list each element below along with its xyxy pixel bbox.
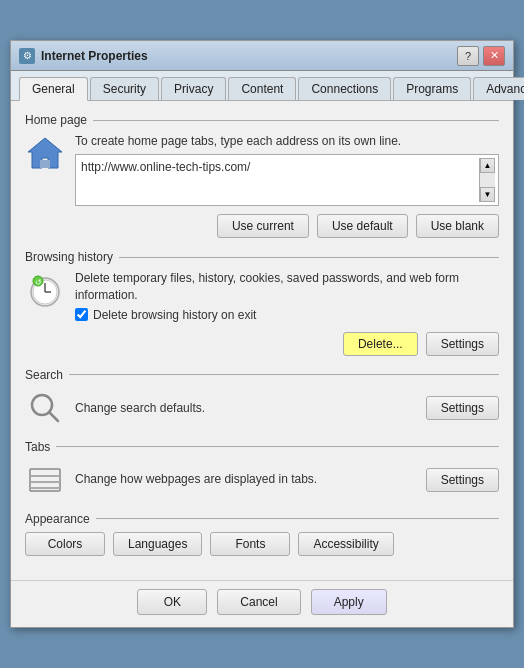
tabs-settings-section: Tabs Change how webpages are displayed i…: [25, 440, 499, 500]
tab-general[interactable]: General: [19, 77, 88, 101]
tab-bar: General Security Privacy Content Connect…: [11, 71, 513, 101]
window-icon: ⚙: [19, 48, 35, 64]
internet-properties-dialog: ⚙ Internet Properties ? ✕ General Securi…: [10, 40, 514, 627]
tab-advanced[interactable]: Advanced: [473, 77, 524, 100]
browsing-area: ↺ Delete temporary files, history, cooki…: [25, 270, 499, 326]
title-bar: ⚙ Internet Properties ? ✕: [11, 41, 513, 71]
tabs-description: Change how webpages are displayed in tab…: [75, 471, 416, 488]
search-description: Change search defaults.: [75, 401, 416, 415]
accessibility-button[interactable]: Accessibility: [298, 532, 393, 556]
browsing-history-section: Browsing history ↺ Delete temporary file…: [25, 250, 499, 356]
browsing-settings-button[interactable]: Settings: [426, 332, 499, 356]
homepage-btn-row: Use current Use default Use blank: [25, 214, 499, 238]
svg-rect-11: [30, 475, 60, 477]
home-icon: [25, 133, 65, 173]
appearance-section: Appearance Colors Languages Fonts Access…: [25, 512, 499, 556]
help-button[interactable]: ?: [457, 46, 479, 66]
homepage-right: To create home page tabs, type each addr…: [75, 133, 499, 206]
search-section: Search Change search defaults. Settings: [25, 368, 499, 428]
homepage-area: To create home page tabs, type each addr…: [25, 133, 499, 206]
browsing-history-label: Browsing history: [25, 250, 499, 264]
apply-button[interactable]: Apply: [311, 589, 387, 615]
tabs-icon: [25, 460, 65, 500]
search-settings-button[interactable]: Settings: [426, 396, 499, 420]
delete-button[interactable]: Delete...: [343, 332, 418, 356]
close-button[interactable]: ✕: [483, 46, 505, 66]
tab-content[interactable]: Content: [228, 77, 296, 100]
delete-on-exit-label: Delete browsing history on exit: [93, 308, 256, 322]
url-scrollbar: ▲ ▼: [479, 158, 495, 202]
svg-rect-1: [40, 160, 50, 168]
search-section-label: Search: [25, 368, 499, 382]
clock-icon: ↺: [25, 270, 65, 310]
url-box: http://www.online-tech-tips.com/ ▲ ▼: [75, 154, 499, 206]
fonts-button[interactable]: Fonts: [210, 532, 290, 556]
homepage-section: Home page To create home page tabs, type…: [25, 113, 499, 238]
use-blank-button[interactable]: Use blank: [416, 214, 499, 238]
cancel-button[interactable]: Cancel: [217, 589, 300, 615]
title-bar-controls: ? ✕: [457, 46, 505, 66]
homepage-description: To create home page tabs, type each addr…: [75, 133, 499, 150]
tab-privacy[interactable]: Privacy: [161, 77, 226, 100]
svg-rect-13: [30, 487, 60, 489]
use-current-button[interactable]: Use current: [217, 214, 309, 238]
appearance-section-label: Appearance: [25, 512, 499, 526]
homepage-section-label: Home page: [25, 113, 499, 127]
svg-rect-12: [30, 481, 60, 483]
main-content: Home page To create home page tabs, type…: [11, 101, 513, 579]
tab-connections[interactable]: Connections: [298, 77, 391, 100]
dialog-footer: OK Cancel Apply: [11, 580, 513, 627]
languages-button[interactable]: Languages: [113, 532, 202, 556]
tabs-settings-button[interactable]: Settings: [426, 468, 499, 492]
ok-button[interactable]: OK: [137, 589, 207, 615]
scroll-down-btn[interactable]: ▼: [480, 187, 495, 202]
tabs-section-label: Tabs: [25, 440, 499, 454]
search-icon: [25, 388, 65, 428]
tabs-area: Change how webpages are displayed in tab…: [25, 460, 499, 500]
search-area: Change search defaults. Settings: [25, 388, 499, 428]
delete-on-exit-row: Delete browsing history on exit: [75, 308, 499, 322]
tab-programs[interactable]: Programs: [393, 77, 471, 100]
colors-button[interactable]: Colors: [25, 532, 105, 556]
browsing-description: Delete temporary files, history, cookies…: [75, 270, 499, 304]
delete-on-exit-checkbox[interactable]: [75, 308, 88, 321]
scroll-up-btn[interactable]: ▲: [480, 158, 495, 173]
svg-text:↺: ↺: [35, 278, 42, 287]
browsing-right: Delete temporary files, history, cookies…: [75, 270, 499, 326]
use-default-button[interactable]: Use default: [317, 214, 408, 238]
svg-line-9: [49, 412, 58, 421]
tab-security[interactable]: Security: [90, 77, 159, 100]
appearance-buttons-row: Colors Languages Fonts Accessibility: [25, 532, 499, 556]
window-title: Internet Properties: [41, 49, 457, 63]
homepage-url-input[interactable]: http://www.online-tech-tips.com/: [79, 158, 479, 202]
delete-settings-row: Delete... Settings: [25, 332, 499, 356]
